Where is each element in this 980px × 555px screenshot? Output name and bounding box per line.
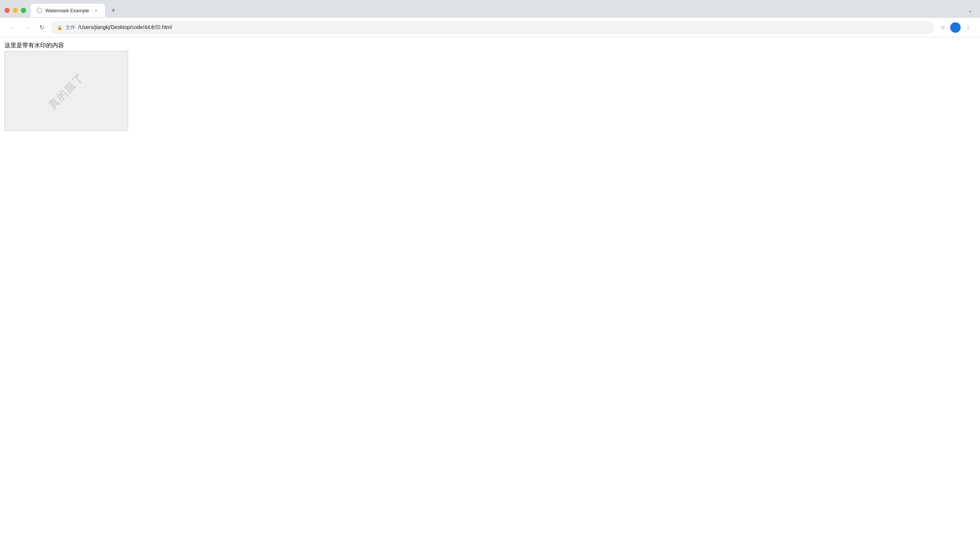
reload-button[interactable]: ↻ — [36, 22, 48, 34]
tab-title: Watermark Example — [45, 8, 90, 13]
minimize-window-button[interactable] — [13, 8, 18, 13]
close-tab-button[interactable]: × — [93, 8, 99, 13]
expand-tabs-button[interactable]: ⌄ — [965, 5, 975, 16]
security-icon: 🔒 — [56, 24, 63, 30]
watermark-text: 真的服了 — [45, 70, 87, 112]
page-content: 这里是带有水印的内容 真的服了 — [0, 37, 980, 555]
tab-icon — [37, 8, 42, 13]
menu-button[interactable]: ⋮ — [962, 22, 974, 34]
globe-icon — [37, 8, 42, 13]
url-bar[interactable]: 🔒 文件 /Users/jiangkj/Desktop/code/44水印.ht… — [51, 21, 934, 34]
watermark-container: 真的服了 — [5, 51, 128, 131]
tab-bar: Watermark Example × + ⌄ — [31, 4, 975, 17]
close-window-button[interactable] — [5, 8, 10, 13]
window-controls — [5, 8, 26, 13]
address-bar: ← → ↻ 🔒 文件 /Users/jiangkj/Desktop/code/4… — [0, 18, 980, 37]
back-button[interactable]: ← — [6, 22, 18, 34]
profile-button[interactable]: 👤 — [950, 22, 961, 33]
security-label: 文件 — [66, 24, 75, 31]
content-label: 这里是带有水印的内容 — [5, 42, 975, 50]
bookmark-button[interactable]: ☆ — [937, 22, 949, 34]
toolbar-actions: ☆ 👤 ⋮ — [937, 22, 974, 34]
active-tab[interactable]: Watermark Example × — [31, 4, 105, 17]
forward-button[interactable]: → — [21, 22, 33, 34]
new-tab-button[interactable]: + — [108, 5, 118, 16]
browser-chrome: Watermark Example × + ⌄ ← → ↻ 🔒 文件 /User… — [0, 0, 980, 37]
title-bar: Watermark Example × + ⌄ — [0, 0, 980, 18]
profile-icon: 👤 — [953, 24, 959, 30]
maximize-window-button[interactable] — [21, 8, 26, 13]
url-text: /Users/jiangkj/Desktop/code/44水印.html — [78, 24, 928, 31]
